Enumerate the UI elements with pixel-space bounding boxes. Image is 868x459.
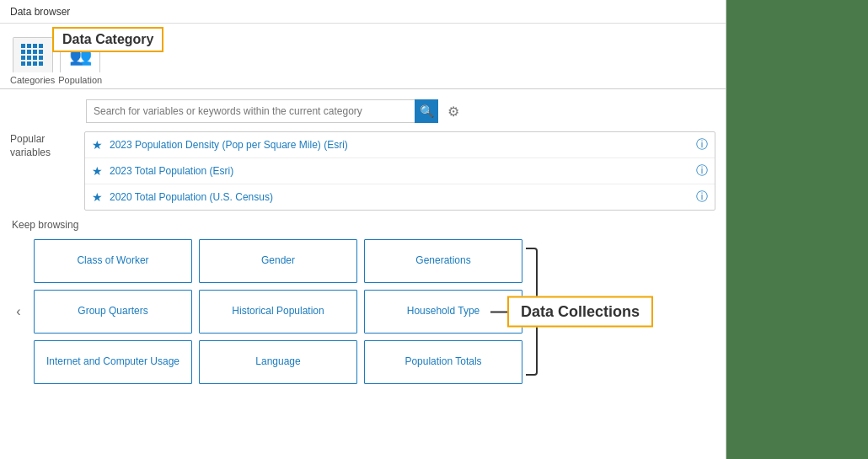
variable-text-2[interactable]: 2020 Total Population (U.S. Census): [110, 191, 696, 203]
search-icon: 🔍: [420, 104, 434, 118]
content-area: 🔍 ⚙ Popularvariables ★ 2023 Population D…: [0, 89, 726, 459]
category-grid-container: ‹ Class of Worker Gender Generations Gro…: [10, 239, 715, 384]
header-bar: Data browser: [0, 0, 726, 24]
popular-variables-section: Popularvariables ★ 2023 Population Densi…: [10, 131, 715, 211]
page-title: Data browser: [10, 6, 70, 18]
tab-categories-label: Categories: [10, 75, 55, 85]
category-generations[interactable]: Generations: [364, 239, 522, 283]
callout-line: [490, 311, 507, 312]
category-group-quarters[interactable]: Group Quarters: [34, 290, 192, 334]
tabs-row: Data Category Categories 👥 Population: [0, 24, 726, 89]
data-category-tooltip: Data Category: [52, 27, 163, 52]
bracket-container: Class of Worker Gender Generations Group…: [34, 239, 522, 384]
search-input[interactable]: [86, 99, 415, 123]
variable-text-1[interactable]: 2023 Total Population (Esri): [110, 165, 696, 177]
tab-categories[interactable]: Categories: [10, 37, 55, 88]
side-panel: [726, 0, 868, 459]
category-grid: Class of Worker Gender Generations Group…: [34, 239, 522, 384]
variable-item-0: ★ 2023 Population Density (Pop per Squar…: [85, 132, 715, 158]
variables-list: ★ 2023 Population Density (Pop per Squar…: [84, 131, 715, 211]
data-collections-callout: Data Collections: [490, 296, 653, 328]
variable-text-0[interactable]: 2023 Population Density (Pop per Square …: [110, 139, 696, 151]
popular-variables-label: Popularvariables: [10, 131, 84, 211]
settings-button[interactable]: ⚙: [442, 99, 465, 123]
chevron-left-button[interactable]: ‹: [10, 303, 27, 320]
info-icon-0[interactable]: ⓘ: [696, 137, 708, 152]
category-gender[interactable]: Gender: [199, 239, 357, 283]
category-class-of-worker[interactable]: Class of Worker: [34, 239, 192, 283]
search-row: 🔍 ⚙: [86, 99, 715, 123]
category-historical-population[interactable]: Historical Population: [199, 290, 357, 334]
star-icon-2[interactable]: ★: [92, 190, 103, 204]
categories-grid-icon: [21, 44, 44, 67]
category-internet-usage[interactable]: Internet and Computer Usage: [34, 340, 192, 384]
keep-browsing-label: Keep browsing: [10, 219, 715, 231]
categories-icon-box: [13, 37, 53, 72]
info-icon-2[interactable]: ⓘ: [696, 189, 708, 205]
category-language[interactable]: Language: [199, 340, 357, 384]
tab-population-label: Population: [58, 75, 102, 85]
star-icon-1[interactable]: ★: [92, 164, 103, 178]
star-icon-0[interactable]: ★: [92, 138, 103, 152]
gear-icon: ⚙: [447, 104, 459, 120]
info-icon-1[interactable]: ⓘ: [696, 163, 708, 179]
category-population-totals[interactable]: Population Totals: [364, 340, 522, 384]
search-button[interactable]: 🔍: [415, 99, 438, 123]
variable-item-2: ★ 2020 Total Population (U.S. Census) ⓘ: [85, 184, 715, 210]
variable-item-1: ★ 2023 Total Population (Esri) ⓘ: [85, 158, 715, 184]
data-collections-box: Data Collections: [507, 296, 653, 328]
main-panel: Data browser Data Category Categories 👥: [0, 0, 726, 459]
